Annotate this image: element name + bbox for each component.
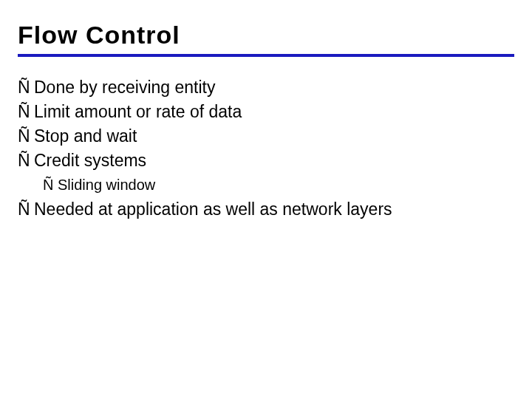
title-underline [18,54,514,57]
list-item: Ñ Limit amount or rate of data [18,100,514,123]
sub-list-item: Ñ Sliding window [43,175,514,195]
bullet-icon: Ñ [18,149,34,172]
bullet-icon: Ñ [18,100,34,123]
list-item-text: Credit systems [34,149,514,172]
list-item-text: Done by receiving entity [34,76,514,99]
list-item: Ñ Needed at application as well as netwo… [18,198,514,221]
title-block: Flow Control [18,21,514,57]
sub-list-item-text: Sliding window [58,175,514,195]
list-item: Ñ Stop and wait [18,125,514,148]
list-item: Ñ Credit systems [18,149,514,172]
slide-title: Flow Control [18,21,514,54]
list-item-text: Needed at application as well as network… [34,198,514,221]
bullet-icon: Ñ [18,198,34,221]
list-item-text: Limit amount or rate of data [34,100,514,123]
bullet-icon: Ñ [43,175,58,195]
bullet-icon: Ñ [18,125,34,148]
bullet-icon: Ñ [18,76,34,99]
list-item-text: Stop and wait [34,125,514,148]
slide-content: Ñ Done by receiving entity Ñ Limit amoun… [18,67,514,221]
list-item: Ñ Done by receiving entity [18,76,514,99]
